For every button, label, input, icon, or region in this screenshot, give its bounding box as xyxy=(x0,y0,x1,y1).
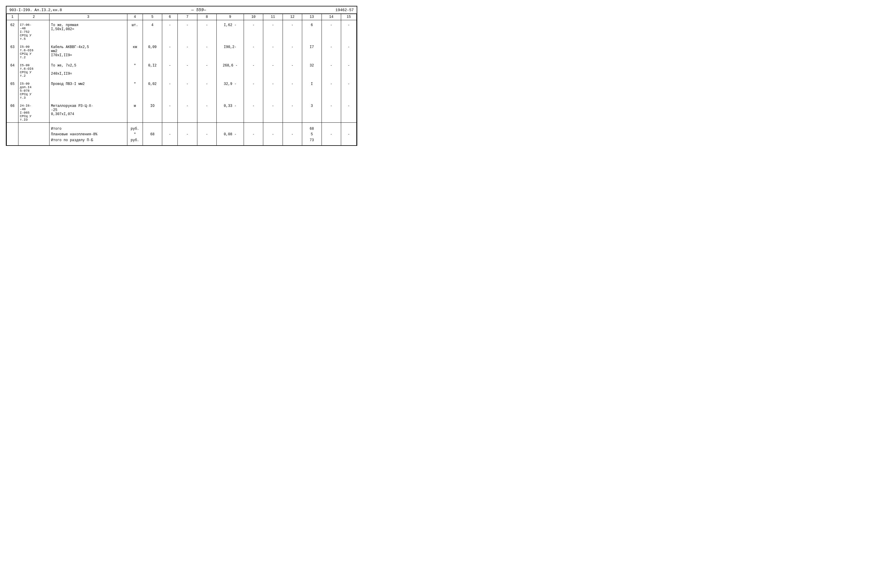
planovye-col5: 68 xyxy=(142,132,162,137)
itogo-razdel-unit: руб. xyxy=(127,137,142,145)
row-col8: - xyxy=(197,42,216,60)
row-col5: IO xyxy=(142,100,162,123)
header-right: 19462-57 xyxy=(336,8,354,12)
itogo-empty2 xyxy=(18,123,49,132)
row-unit: м xyxy=(127,100,142,123)
row-col12: - xyxy=(283,100,302,123)
itogo-razdel-empty1 xyxy=(7,137,18,145)
row-col9: I90,2- xyxy=(217,42,244,60)
table-row: 62 I7-06- -48 I-752 СРСЦ У т.5 То же, пр… xyxy=(7,20,357,42)
itogo-col9 xyxy=(217,123,244,132)
planovye-empty1 xyxy=(7,132,18,137)
row-col6: - xyxy=(162,100,178,123)
table-row: 63 I5-09 т.6-OI6 СРСЦ У т.2 Кабель АКВВГ… xyxy=(7,42,357,60)
itogo-col12 xyxy=(283,123,302,132)
row-col13: 3 xyxy=(302,100,321,123)
itogo-col7 xyxy=(178,123,197,132)
main-table: 1 2 3 4 5 6 7 8 9 10 11 12 13 14 15 62 I… xyxy=(6,14,357,145)
itogo-col10 xyxy=(244,123,263,132)
col-header-14: 14 xyxy=(321,14,341,20)
planovye-row: Плановые накопления-8% " 68 - - - 0,08 -… xyxy=(7,132,357,137)
itogo-razdel-col10 xyxy=(244,137,263,145)
planovye-col12: - xyxy=(283,132,302,137)
row-col11: - xyxy=(263,78,283,100)
itogo-col15 xyxy=(341,123,356,132)
row-unit: шт. xyxy=(127,20,142,42)
row-unit: " xyxy=(127,60,142,78)
col-header-4: 4 xyxy=(127,14,142,20)
itogo-label: Итого xyxy=(50,123,128,132)
row-num: 66 xyxy=(7,100,18,123)
row-col12: - xyxy=(283,42,302,60)
col-header-9: 9 xyxy=(217,14,244,20)
itogo-col6 xyxy=(162,123,178,132)
row-col7: - xyxy=(178,78,197,100)
page-header: 903-I-I99. Ал.I3.2,кн.8 — 559— 19462-57 xyxy=(6,6,357,14)
row-col12: - xyxy=(283,60,302,78)
row-code: I5-09 т.6-OI6 СРСЦ У т.2 xyxy=(18,60,49,78)
itogo-col5 xyxy=(142,123,162,132)
row-col10: - xyxy=(244,60,263,78)
itogo-razdel-col12 xyxy=(283,137,302,145)
planovye-col10: - xyxy=(244,132,263,137)
row-col8: - xyxy=(197,60,216,78)
row-code: I7-06- -48 I-752 СРСЦ У т.5 xyxy=(18,20,49,42)
itogo-razdel-col11 xyxy=(263,137,283,145)
row-col11: - xyxy=(263,20,283,42)
itogo-razdel-col9 xyxy=(217,137,244,145)
itogo-razdel-col5 xyxy=(142,137,162,145)
itogo-razdel-col6 xyxy=(162,137,178,145)
planovye-col9: 0,08 - xyxy=(217,132,244,137)
row-col8: - xyxy=(197,20,216,42)
row-col10: - xyxy=(244,78,263,100)
row-col12: - xyxy=(283,78,302,100)
itogo-razdel-col13: 73 xyxy=(302,137,321,145)
planovye-col8: - xyxy=(197,132,216,137)
itogo-razdel-label: Итого по разделу П-Б xyxy=(50,137,128,145)
itogo-razdel-col15 xyxy=(341,137,356,145)
row-col9: 0,33 - xyxy=(217,100,244,123)
col-header-1: 1 xyxy=(7,14,18,20)
row-col13: I7 xyxy=(302,42,321,60)
itogo-col8 xyxy=(197,123,216,132)
row-col5: 0,02 xyxy=(142,78,162,100)
row-col7: - xyxy=(178,20,197,42)
row-col15: - xyxy=(341,100,356,123)
row-col6: - xyxy=(162,78,178,100)
row-num: 62 xyxy=(7,20,18,42)
row-code: I5-09 доп.I4 5-078 СРСЦ У т.3 xyxy=(18,78,49,100)
row-col10: - xyxy=(244,42,263,60)
planovye-unit: " xyxy=(127,132,142,137)
row-col15: - xyxy=(341,42,356,60)
row-col6: - xyxy=(162,42,178,60)
planovye-col15: - xyxy=(341,132,356,137)
itogo-empty1 xyxy=(7,123,18,132)
itogo-col13: 68 xyxy=(302,123,321,132)
col-header-6: 6 xyxy=(162,14,178,20)
row-col11: - xyxy=(263,60,283,78)
column-header-row: 1 2 3 4 5 6 7 8 9 10 11 12 13 14 15 xyxy=(7,14,357,20)
header-center: — 559— xyxy=(191,8,206,12)
planovye-col6: - xyxy=(162,132,178,137)
row-col10: - xyxy=(244,20,263,42)
row-col15: - xyxy=(341,60,356,78)
row-col10: - xyxy=(244,100,263,123)
itogo-col14 xyxy=(321,123,341,132)
row-col13: 32 xyxy=(302,60,321,78)
row-unit: " xyxy=(127,78,142,100)
itogo-razdel-col7 xyxy=(178,137,197,145)
row-num: 64 xyxy=(7,60,18,78)
row-col13: 6 xyxy=(302,20,321,42)
col-header-10: 10 xyxy=(244,14,263,20)
row-col15: - xyxy=(341,78,356,100)
row-col7: - xyxy=(178,100,197,123)
row-col5: 0,09 xyxy=(142,42,162,60)
row-code: 24-I6- -49 I-065 СРСЦ У т.IO xyxy=(18,100,49,123)
planovye-col13: 5 xyxy=(302,132,321,137)
itogo-col11 xyxy=(263,123,283,132)
itogo-row: Итого руб. 68 xyxy=(7,123,357,132)
row-desc: Кабель АКВВГ-4х2,5 мм2 I70хI,II9= xyxy=(50,42,128,60)
row-col8: - xyxy=(197,78,216,100)
planovye-col7: - xyxy=(178,132,197,137)
col-header-8: 8 xyxy=(197,14,216,20)
